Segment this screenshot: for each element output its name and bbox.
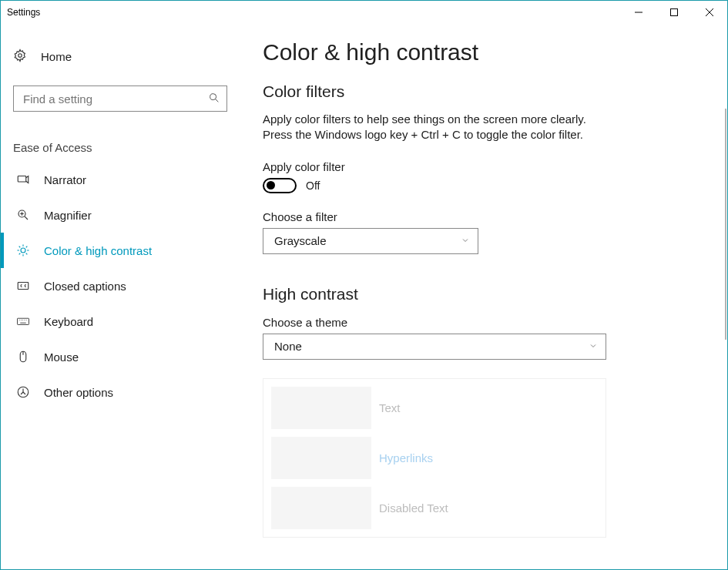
chevron-down-icon — [461, 234, 470, 247]
sidebar-item-label: Mouse — [44, 350, 79, 364]
search-input[interactable] — [22, 92, 208, 106]
preview-text-swatch[interactable] — [271, 387, 371, 429]
sidebar: Home Ease of Access Narrator — [1, 24, 240, 569]
sidebar-item-color-contrast[interactable]: Color & high contrast — [1, 233, 240, 268]
chevron-down-icon — [589, 340, 598, 353]
other-options-icon — [16, 385, 30, 399]
preview-hyperlinks-swatch[interactable] — [271, 437, 371, 479]
sidebar-item-label: Color & high contrast — [44, 244, 152, 257]
category-label: Ease of Access — [1, 112, 240, 162]
preview-hyperlinks-label: Hyperlinks — [379, 451, 433, 464]
preview-disabled-swatch[interactable] — [271, 487, 371, 529]
toggle-knob — [267, 181, 275, 189]
choose-theme-label: Choose a theme — [263, 316, 704, 329]
choose-theme-dropdown[interactable]: None — [263, 334, 606, 360]
sidebar-item-label: Other options — [44, 386, 113, 399]
page-title: Color & high contrast — [263, 39, 704, 65]
narrator-icon — [16, 173, 30, 186]
svg-line-34 — [23, 392, 25, 394]
close-button[interactable] — [692, 1, 727, 24]
choose-theme-value: None — [274, 340, 302, 353]
apply-color-filter-label: Apply color filter — [263, 160, 704, 173]
color-filters-description: Apply color filters to help see things o… — [263, 112, 594, 143]
section-color-filters: Color filters — [263, 82, 704, 101]
sidebar-item-keyboard[interactable]: Keyboard — [1, 303, 240, 339]
svg-point-4 — [18, 53, 22, 57]
svg-line-6 — [216, 99, 219, 102]
section-high-contrast: High contrast — [263, 285, 704, 303]
sidebar-item-label: Keyboard — [44, 315, 93, 328]
svg-line-33 — [21, 392, 23, 394]
scrollbar[interactable] — [725, 109, 726, 340]
theme-preview: Text Hyperlinks Disabled Text — [263, 378, 606, 538]
sidebar-item-magnifier[interactable]: Magnifier — [1, 197, 240, 233]
svg-line-9 — [25, 216, 28, 220]
sidebar-item-other[interactable]: Other options — [1, 374, 240, 410]
main-content: Color & high contrast Color filters Appl… — [240, 24, 727, 569]
svg-rect-22 — [18, 318, 29, 324]
home-button[interactable]: Home — [1, 41, 240, 72]
sidebar-item-narrator[interactable]: Narrator — [1, 162, 240, 197]
titlebar: Settings — [1, 1, 727, 24]
svg-line-19 — [19, 253, 21, 255]
svg-line-20 — [26, 246, 28, 248]
brightness-icon — [16, 243, 30, 257]
svg-rect-7 — [18, 176, 26, 183]
sidebar-item-label: Closed captions — [44, 280, 126, 293]
choose-filter-value: Grayscale — [274, 234, 327, 247]
search-box[interactable] — [13, 86, 227, 112]
gear-icon — [13, 49, 27, 65]
window-title: Settings — [7, 7, 40, 18]
svg-line-17 — [19, 246, 21, 248]
closed-captions-icon — [16, 279, 30, 293]
svg-rect-21 — [18, 283, 29, 290]
svg-rect-1 — [671, 9, 678, 16]
minimize-button[interactable] — [621, 1, 656, 24]
svg-line-18 — [26, 253, 28, 255]
magnifier-icon — [16, 208, 30, 222]
svg-point-12 — [21, 248, 25, 253]
apply-color-filter-toggle[interactable] — [263, 178, 297, 193]
sidebar-item-closed-captions[interactable]: Closed captions — [1, 268, 240, 303]
maximize-button[interactable] — [656, 1, 692, 24]
sidebar-item-label: Narrator — [44, 173, 86, 186]
choose-filter-label: Choose a filter — [263, 210, 704, 223]
svg-point-5 — [210, 93, 216, 99]
search-icon — [208, 92, 220, 106]
choose-filter-dropdown[interactable]: Grayscale — [263, 228, 478, 254]
home-label: Home — [41, 50, 72, 63]
mouse-icon — [16, 350, 30, 364]
preview-text-label: Text — [379, 401, 401, 414]
preview-disabled-label: Disabled Text — [379, 501, 448, 515]
sidebar-item-mouse[interactable]: Mouse — [1, 339, 240, 374]
toggle-state-text: Off — [306, 179, 320, 192]
sidebar-item-label: Magnifier — [44, 209, 92, 222]
keyboard-icon — [16, 314, 30, 328]
